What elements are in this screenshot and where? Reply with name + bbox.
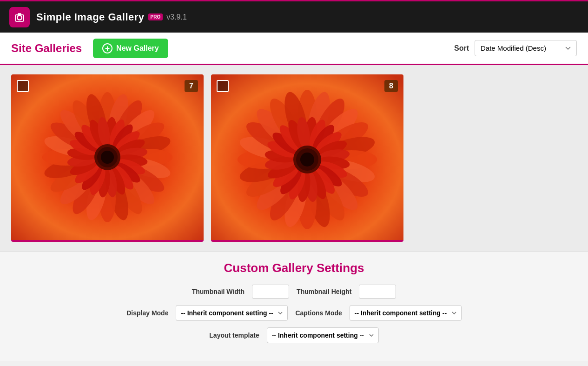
gallery-card[interactable]: 7 — [11, 74, 204, 242]
custom-gallery-settings: Custom Gallery Settings Thumbnail Width … — [0, 251, 588, 361]
gallery-count-badge: 8 — [384, 80, 398, 92]
new-gallery-label: New Gallery — [116, 44, 159, 53]
plus-icon: + — [102, 43, 112, 53]
gallery-count-badge: 7 — [185, 80, 198, 92]
pro-badge: PRO — [148, 13, 163, 20]
site-galleries-title: Site Galleries — [11, 42, 82, 55]
settings-row-dimensions: Thumbnail Width Thumbnail Height — [19, 285, 569, 299]
thumbnail-height-label: Thumbnail Height — [297, 288, 351, 295]
svg-point-55 — [101, 151, 114, 164]
captions-mode-label: Captions Mode — [295, 309, 342, 317]
display-mode-label: Display Mode — [126, 309, 168, 317]
gallery-grid: 7 — [0, 65, 588, 251]
settings-row-layout: Layout template -- Inherit component set… — [19, 327, 569, 343]
gallery-thumbnail — [211, 74, 403, 240]
gallery-thumbnail — [11, 74, 204, 240]
captions-mode-select[interactable]: -- Inherit component setting -- On Off — [350, 305, 462, 321]
version-label: v3.9.1 — [166, 13, 187, 21]
gallery-checkbox[interactable] — [217, 80, 229, 92]
settings-title: Custom Gallery Settings — [19, 261, 569, 275]
main-toolbar: Site Galleries + New Gallery Sort Date M… — [0, 33, 588, 65]
layout-template-label: Layout template — [209, 332, 259, 339]
thumbnail-height-input[interactable] — [359, 285, 396, 299]
thumbnail-width-label: Thumbnail Width — [192, 288, 244, 295]
app-title: Simple Image Gallery — [36, 11, 145, 23]
svg-rect-2 — [18, 13, 21, 15]
thumbnail-width-input[interactable] — [252, 285, 289, 299]
svg-point-107 — [300, 153, 314, 166]
app-logo — [9, 7, 30, 27]
new-gallery-button[interactable]: + New Gallery — [93, 39, 168, 58]
svg-point-3 — [18, 16, 21, 19]
app-header: Simple Image Gallery PRO v3.9.1 — [0, 0, 588, 33]
display-mode-select[interactable]: -- Inherit component setting -- Slidesho… — [176, 305, 288, 321]
gallery-checkbox[interactable] — [17, 80, 29, 92]
settings-row-modes: Display Mode -- Inherit component settin… — [19, 305, 569, 321]
sort-select[interactable]: Date Modified (Desc) Date Modified (Asc)… — [475, 40, 577, 56]
layout-template-select[interactable]: -- Inherit component setting -- Default … — [267, 327, 379, 343]
camera-icon — [13, 11, 26, 24]
gallery-card[interactable]: 8 — [211, 74, 403, 242]
sort-label: Sort — [454, 44, 469, 53]
